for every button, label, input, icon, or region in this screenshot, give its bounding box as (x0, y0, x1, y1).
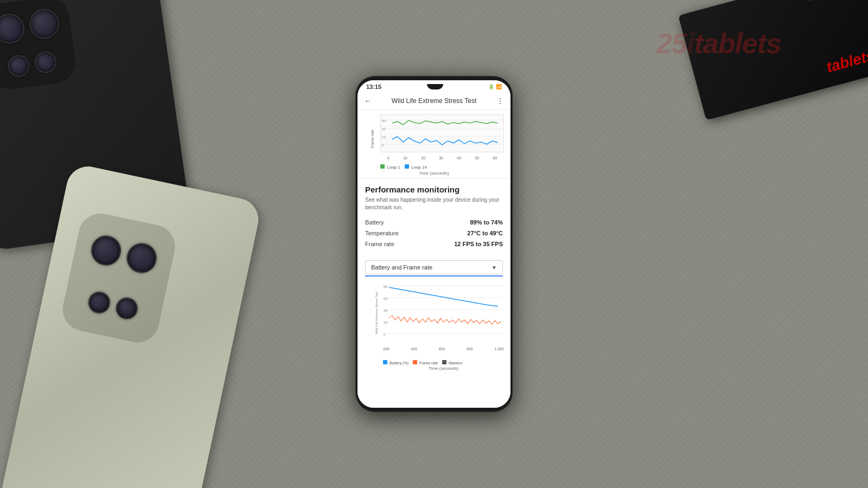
top-chart-x-axis: 0 10 20 30 40 50 60 (380, 152, 504, 163)
top-chart-container: Frame rate 30 20 10 (358, 110, 510, 178)
app-bar: ← Wild Life Extreme Stress Test ⋮ (358, 92, 510, 110)
svg-text:20: 20 (384, 320, 388, 324)
x-val-0: 0 (387, 156, 390, 160)
silver-lens-2 (124, 241, 159, 276)
top-chart-area: Frame rate 30 20 10 (364, 114, 504, 163)
perf-value-battery: 89% to 74% (470, 219, 503, 226)
svg-text:0: 0 (384, 332, 386, 336)
watermark-brand: tablets (694, 28, 781, 59)
x-val-30: 30 (439, 156, 443, 160)
svg-text:20: 20 (382, 127, 386, 131)
bottom-chart-title-text: Wild Life Extreme Stress Test (375, 292, 378, 334)
top-chart-x-label: Time (seconds) (364, 171, 504, 176)
perf-value-temp: 27°C to 49°C (467, 230, 503, 236)
bottom-chart-title-vertical: Wild Life Extreme Stress Test (375, 283, 378, 343)
box-model-text: d X7 Ultra (807, 0, 852, 3)
svg-text:0: 0 (382, 143, 384, 147)
bottom-chart-x-axis: 200 400 600 800 1,000 (383, 347, 504, 351)
dropdown-underline (365, 275, 503, 277)
performance-section: Performance monitoring See what was happ… (358, 178, 510, 256)
silver-lens-1 (88, 233, 124, 268)
camera-module-dark (0, 0, 78, 92)
top-chart-y-label-text: Frame rate (371, 130, 374, 148)
screen-content[interactable]: Frame rate 30 20 10 (358, 110, 510, 408)
perf-label-battery: Battery (365, 219, 384, 226)
legend-framerate: Frame rate (413, 360, 438, 365)
svg-text:40: 40 (384, 309, 388, 312)
bottom-chart-container: Wild Life Extreme Stress Test 80 (358, 279, 510, 375)
legend-loop14: Loop 14 (405, 164, 427, 170)
legend-markers-dot (442, 360, 446, 364)
legend-loop14-dot (405, 164, 409, 169)
watermark-number: 25i (656, 28, 694, 59)
dropdown-label: Battery and Frame rate (371, 264, 432, 271)
status-bar: 13:15 🔋 📶 (358, 80, 510, 92)
perf-label-framerate: Frame rate (365, 241, 394, 247)
x-val-20: 20 (421, 156, 425, 160)
camera-lens-4 (33, 50, 58, 74)
svg-text:80: 80 (384, 285, 388, 288)
legend-framerate-dot (413, 360, 417, 364)
notch (427, 84, 443, 89)
phone-screen: 13:15 🔋 📶 ← Wild Life Extreme Stress Tes… (358, 80, 510, 408)
perf-row-framerate: Frame rate 12 FPS to 35 FPS (365, 239, 503, 249)
top-chart-svg: 30 20 10 0 (381, 115, 503, 153)
legend-battery-label: Battery (%) (390, 361, 409, 365)
watermark: 25itablets (656, 27, 781, 60)
bottom-chart-plot: 80 60 40 20 0 (383, 283, 504, 343)
perf-row-battery: Battery 89% to 74% (365, 217, 503, 228)
legend-battery-dot (383, 360, 387, 364)
back-button[interactable]: ← (364, 97, 372, 105)
svg-text:30: 30 (382, 119, 386, 123)
signal-icon: 📶 (496, 84, 502, 89)
app-title: Wild Life Extreme Stress Test (372, 97, 496, 105)
main-smartphone: 13:15 🔋 📶 ← Wild Life Extreme Stress Tes… (355, 76, 513, 412)
legend-loop14-label: Loop 14 (411, 165, 427, 170)
legend-loop1-label: Loop 1 (387, 165, 400, 170)
bottom-x-1000: 1,000 (494, 347, 504, 351)
silver-lens-3 (86, 290, 112, 315)
perf-title: Performance monitoring (365, 185, 503, 194)
legend-battery: Battery (%) (383, 360, 409, 365)
x-val-40: 40 (457, 156, 461, 160)
legend-framerate-label: Frame rate (419, 361, 438, 365)
battery-icon: 🔋 (488, 84, 494, 89)
bottom-x-800: 800 (467, 347, 473, 351)
bottom-x-200: 200 (383, 347, 390, 351)
bottom-chart-svg: 80 60 40 20 0 (383, 283, 504, 343)
x-val-10: 10 (403, 156, 407, 160)
svg-text:60: 60 (384, 297, 388, 300)
status-time: 13:15 (366, 84, 381, 90)
camera-lens-1 (0, 12, 26, 46)
legend-loop1-dot (380, 164, 385, 169)
bottom-chart-x-label-text: Time (seconds) (429, 366, 458, 371)
bottom-x-400: 400 (411, 347, 417, 351)
perf-row-temp: Temperature 27°C to 49°C (365, 228, 503, 239)
legend-markers: Markers (442, 360, 462, 365)
perf-subtitle: See what was happening inside your devic… (365, 196, 503, 211)
camera-lens-3 (7, 54, 31, 78)
perf-value-framerate: 12 FPS to 35 FPS (454, 241, 503, 247)
dropdown-arrow-icon: ▼ (492, 265, 497, 271)
x-val-50: 50 (475, 156, 479, 160)
bottom-chart-legend: Battery (%) Frame rate Markers (364, 360, 504, 365)
top-chart-y-label: Frame rate (364, 114, 380, 163)
perf-label-temp: Temperature (365, 230, 399, 236)
chart-type-dropdown[interactable]: Battery and Frame rate ▼ (365, 260, 503, 274)
legend-markers-label: Markers (449, 361, 462, 365)
top-chart-legend: Loop 1 Loop 14 (364, 164, 504, 170)
share-button[interactable]: ⋮ (496, 97, 504, 105)
top-chart-x-label-text: Time (seconds) (419, 171, 449, 176)
svg-text:10: 10 (382, 135, 386, 139)
top-chart-plot: 30 20 10 0 (380, 114, 504, 152)
legend-loop1: Loop 1 (380, 164, 400, 170)
camera-module-silver (59, 209, 179, 346)
box-brand-text: tablets (825, 47, 868, 76)
bottom-chart-x-label: Time (seconds) (364, 366, 504, 371)
bottom-x-600: 600 (439, 347, 445, 351)
x-val-60: 60 (493, 156, 497, 160)
bottom-chart-area: Wild Life Extreme Stress Test 80 (364, 283, 504, 359)
status-icons: 🔋 📶 (488, 84, 502, 89)
silver-lens-4 (114, 296, 139, 321)
camera-lens-2 (28, 7, 61, 41)
